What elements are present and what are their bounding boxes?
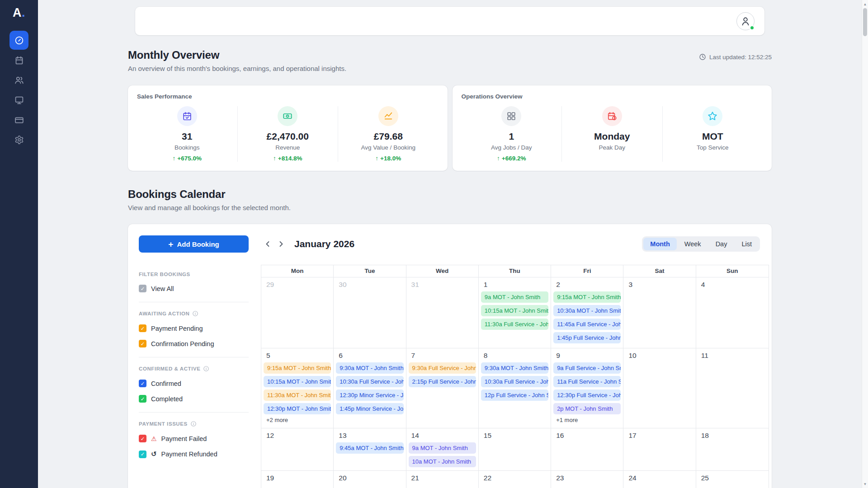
filter-completed[interactable]: Completed xyxy=(139,395,249,403)
calendar-day-cell[interactable]: 149a MOT - John Smith10a MOT - John Smit… xyxy=(406,428,479,470)
page-scrollbar[interactable] xyxy=(862,0,868,488)
calendar-day-cell[interactable]: 29 xyxy=(261,277,334,348)
filter-payment-pending[interactable]: Payment Pending xyxy=(139,324,249,332)
calendar-day-cell[interactable]: 29:15a MOT - John Smith10:30a MOT - John… xyxy=(551,277,623,348)
filter-view-all[interactable]: View All xyxy=(139,285,249,292)
calendar-day-cell[interactable]: 99a Full Service - John Smith11a Full Se… xyxy=(551,348,623,428)
day-header-fri: Fri xyxy=(551,265,623,277)
scroll-down-arrow[interactable] xyxy=(862,481,868,487)
sidebar-item-settings[interactable] xyxy=(9,130,28,149)
calendar-event[interactable]: 12:30p Minor Service - John Smith xyxy=(336,389,403,401)
info-icon[interactable] xyxy=(192,310,198,317)
user-avatar-button[interactable] xyxy=(736,12,755,30)
calendar-event[interactable]: 10a MOT - John Smith xyxy=(409,456,476,467)
scrollbar-thumb[interactable] xyxy=(863,8,867,36)
calendar-day-cell[interactable]: 16 xyxy=(551,428,623,470)
page-subtitle: An overview of this month's bookings, ea… xyxy=(128,65,346,72)
show-more-events-link[interactable]: +1 more xyxy=(556,417,623,423)
view-all-checkbox[interactable] xyxy=(139,285,146,292)
calendar-event[interactable]: 10:15a MOT - John Smith xyxy=(264,376,331,387)
calendar-day-cell[interactable]: 3 xyxy=(623,277,696,348)
filter-confirmed[interactable]: Confirmed xyxy=(139,380,249,387)
calendar-event[interactable]: 10:30a MOT - John Smith xyxy=(553,305,621,316)
calendar-day-cell[interactable]: 11 xyxy=(696,348,769,428)
sidebar-item-payments[interactable] xyxy=(9,110,28,129)
payment-pending-checkbox[interactable] xyxy=(139,324,146,332)
calendar-day-cell[interactable]: 21 xyxy=(406,471,479,488)
sidebar-item-jobs-board[interactable] xyxy=(9,90,28,109)
user-avatar-icon xyxy=(740,16,751,27)
calendar-event[interactable]: 9:45a MOT - John Smith xyxy=(336,442,403,454)
payment-refunded-checkbox[interactable] xyxy=(139,450,146,458)
prev-month-button[interactable] xyxy=(261,237,274,251)
calendar-event[interactable]: 11a Full Service - John Smith xyxy=(553,376,621,387)
view-toggle-list[interactable]: List xyxy=(735,238,759,250)
calendar-event[interactable]: 10:30a Full Service - John Smith xyxy=(336,376,403,387)
calendar-event[interactable]: 12:30p Full Service - John Smith xyxy=(553,389,621,401)
calendar-event[interactable]: 12p Full Service - John Smith xyxy=(481,389,548,401)
calendar-day-cell[interactable]: 12 xyxy=(261,428,334,470)
calendar-event[interactable]: 11:30a Full Service - John Smith xyxy=(481,319,548,330)
calendar-event[interactable]: 9a Full Service - John Smith xyxy=(553,362,621,374)
calendar-event[interactable]: 11:30a MOT - John Smith xyxy=(264,389,331,401)
calendar-event[interactable]: 9a MOT - John Smith xyxy=(409,442,476,454)
filter-confirmation-pending[interactable]: Confirmation Pending xyxy=(139,340,249,347)
sidebar-item-calendar[interactable] xyxy=(9,51,28,70)
calendar-day-cell[interactable]: 17 xyxy=(623,428,696,470)
calendar-day-cell[interactable]: 139:45a MOT - John Smith xyxy=(334,428,406,470)
chevron-right-icon xyxy=(277,239,286,249)
calendar-event[interactable]: 2:15p Full Service - John Smith xyxy=(409,376,476,387)
sidebar-item-dashboard[interactable] xyxy=(9,31,28,50)
calendar-event[interactable]: 9a MOT - John Smith xyxy=(481,291,548,303)
calendar-day-cell[interactable]: 19 xyxy=(261,471,334,488)
calendar-event[interactable]: 2p MOT - John Smith xyxy=(553,403,621,414)
confirmed-checkbox[interactable] xyxy=(139,380,146,387)
calendar-day-cell[interactable]: 25 xyxy=(696,471,769,488)
calendar-day-cell[interactable]: 18 xyxy=(696,428,769,470)
completed-checkbox[interactable] xyxy=(139,395,146,403)
day-number: 7 xyxy=(406,348,478,362)
next-month-button[interactable] xyxy=(274,237,288,251)
calendar-day-cell[interactable]: 89:30a MOT - John Smith10:30a Full Servi… xyxy=(479,348,551,428)
calendar-event[interactable]: 9:30a MOT - John Smith xyxy=(481,362,548,374)
calendar-day-cell[interactable]: 24 xyxy=(623,471,696,488)
calendar-day-cell[interactable]: 30 xyxy=(334,277,406,348)
view-toggle-week[interactable]: Week xyxy=(678,238,708,250)
scroll-up-arrow[interactable] xyxy=(862,1,868,7)
add-booking-button[interactable]: Add Booking xyxy=(139,235,249,253)
confirmation-pending-checkbox[interactable] xyxy=(139,340,146,347)
calendar-event[interactable]: 9:15a MOT - John Smith xyxy=(264,362,331,374)
sidebar-item-customers[interactable] xyxy=(9,70,28,89)
show-more-events-link[interactable]: +2 more xyxy=(266,417,333,423)
calendar-event[interactable]: 1:45p Minor Service - John Smith xyxy=(336,403,403,414)
calendar-day-cell[interactable]: 59:15a MOT - John Smith10:15a MOT - John… xyxy=(261,348,334,428)
calendar-event[interactable]: 9:30a MOT - John Smith xyxy=(336,362,403,374)
calendar-day-cell[interactable]: 19a MOT - John Smith10:15a MOT - John Sm… xyxy=(479,277,551,348)
view-toggle-month[interactable]: Month xyxy=(643,238,676,250)
filter-payment-failed[interactable]: Payment Failed xyxy=(139,435,249,442)
info-icon[interactable] xyxy=(203,366,209,372)
calendar-day-cell[interactable]: 15 xyxy=(479,428,551,470)
info-icon[interactable] xyxy=(190,421,197,427)
metric-value: Monday xyxy=(594,131,630,142)
calendar-event[interactable]: 9:15a MOT - John Smith xyxy=(553,291,621,303)
filter-payment-refunded[interactable]: Payment Refunded xyxy=(139,450,249,458)
calendar-day-cell[interactable]: 22 xyxy=(479,471,551,488)
view-toggle-day[interactable]: Day xyxy=(709,238,734,250)
calendar-day-cell[interactable]: 23 xyxy=(551,471,623,488)
calendar-day-cell[interactable]: 10 xyxy=(623,348,696,428)
calendar-event[interactable]: 12:30p MOT - John Smith xyxy=(264,403,331,414)
calendar-day-cell[interactable]: 31 xyxy=(406,277,479,348)
calendar-event[interactable]: 1:45p Full Service - John Smith xyxy=(553,332,621,343)
calendar-day-cell[interactable]: 4 xyxy=(696,277,769,348)
chevron-left-icon xyxy=(263,239,272,249)
payment-failed-checkbox[interactable] xyxy=(139,435,146,442)
calendar-event[interactable]: 10:30a Full Service - John Smith xyxy=(481,376,548,387)
day-number: 30 xyxy=(334,277,406,291)
calendar-event[interactable]: 9:30a Full Service - John Smith xyxy=(409,362,476,374)
calendar-event[interactable]: 10:15a MOT - John Smith xyxy=(481,305,548,316)
calendar-day-cell[interactable]: 79:30a Full Service - John Smith2:15p Fu… xyxy=(406,348,479,428)
calendar-event[interactable]: 11:45a Full Service - John Smith xyxy=(553,319,621,330)
calendar-day-cell[interactable]: 69:30a MOT - John Smith10:30a Full Servi… xyxy=(334,348,406,428)
calendar-day-cell[interactable]: 20 xyxy=(334,471,406,488)
